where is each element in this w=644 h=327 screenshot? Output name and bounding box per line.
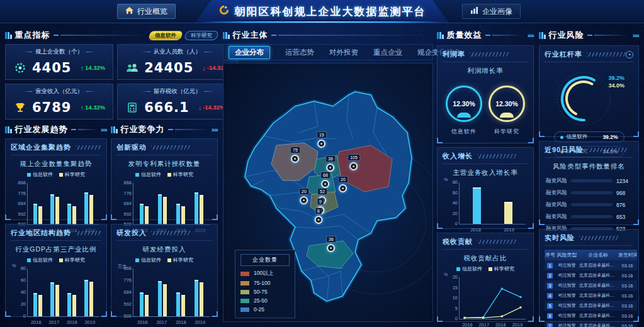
table-header-row: 序号风险类型企业名称发生时间 — [545, 250, 637, 260]
toggle-科学研究[interactable]: 科学研究 — [184, 31, 219, 40]
table-cell: 03-16 — [618, 280, 637, 291]
table-cell: 北京启迪卓越科技有限公司 — [579, 311, 618, 321]
table-row[interactable]: 2司法预警北京启迪卓越科技有限公司03-16 — [545, 270, 637, 280]
stat-card-body: 24405↓-14.32% — [118, 56, 237, 79]
bar — [55, 285, 59, 316]
table-row[interactable]: 6司法预警北京启迪卓越科技有限公司03-16 — [545, 311, 637, 321]
marker-value: 15 — [317, 131, 327, 138]
marker-value: 68 — [320, 172, 330, 179]
stat-card-title: 留存税收（亿元） — [118, 87, 237, 96]
row-index-badge: 4 — [547, 293, 553, 299]
legend-swatch-icon — [240, 308, 249, 312]
page-title: 朝阳区科创规上企业大数据监测平台 — [235, 4, 426, 19]
map-marker[interactable]: 15 — [317, 131, 327, 148]
tab-重点企业[interactable]: 重点企业 — [373, 48, 402, 57]
marker-value: 8 — [315, 208, 322, 214]
axis-tick: 80 — [453, 180, 458, 185]
table-row[interactable]: 3司法预警北京启迪卓越科技有限公司03-16 — [545, 280, 637, 291]
chart-legend: 信息软件科学研究 — [443, 265, 528, 272]
arc-gauge-canvas — [545, 65, 639, 130]
stat-change-value: 14.32% — [85, 64, 105, 71]
chart-title: 利润增长率 — [443, 67, 528, 75]
map-legend: 企业数量 100以上75-10050-7525-500-25 — [235, 250, 295, 318]
plot-area: 500592684776868 — [133, 269, 210, 317]
row-index-badge: 7 — [547, 323, 553, 327]
map-legend-row: 25-50 — [240, 297, 290, 304]
more-icon[interactable]: »» — [101, 126, 107, 133]
axis-tick: 20 — [21, 302, 26, 307]
bar — [163, 284, 167, 316]
bar-group — [473, 182, 481, 224]
tab-对外投资[interactable]: 对外投资 — [329, 48, 358, 57]
rnd-investment-panel: 研发投入 研发经费投入 信息软件科学研究 500592684776868万元20… — [111, 224, 218, 317]
stat-change: ↑14.32% — [80, 64, 105, 72]
bar-group — [195, 269, 203, 316]
table-row[interactable]: 5司法预警北京启迪卓越科技有限公司03-16 — [545, 301, 637, 311]
risk-table: 序号风险类型企业名称发生时间1司法预警北京启迪卓越科技有限公司03-162司法预… — [545, 250, 637, 327]
nav-enterprise-portrait[interactable]: 企业画像 — [462, 4, 521, 19]
map-marker[interactable]: 36 — [325, 155, 336, 172]
section-title: 行业竞争力 — [121, 124, 165, 135]
legend-label: 75-100 — [254, 280, 270, 286]
axis-tick: 868 — [18, 180, 26, 186]
legend-swatch-icon — [167, 173, 171, 177]
map-marker[interactable]: 20 — [338, 176, 348, 192]
nav-industry-overview[interactable]: 行业概览 — [117, 4, 176, 19]
table-row[interactable]: 4司法预警北京启迪卓越科技有限公司03-16 — [545, 291, 637, 301]
table-cell: 4 — [545, 291, 555, 301]
more-icon[interactable]: »» — [212, 126, 218, 133]
gauge-ring: 12.30% — [489, 86, 525, 122]
marker-value: 36 — [325, 155, 336, 162]
plot-area: 020406080 — [459, 182, 526, 224]
map-marker[interactable]: 36 — [326, 236, 336, 252]
table-cell: 北京启迪卓越科技有限公司 — [579, 321, 618, 327]
x-axis-label: 2016 — [462, 322, 473, 327]
table-cell: 2 — [545, 270, 555, 280]
map-marker[interactable]: 20 — [299, 188, 309, 204]
tab-运营态势[interactable]: 运营态势 — [285, 48, 314, 57]
bar-group — [176, 183, 185, 224]
header-title-plate: 朝阳区科创规上企业大数据监测平台 — [195, 0, 449, 23]
x-axis-label: 2018 — [470, 227, 481, 233]
ranking-track — [571, 179, 613, 182]
x-axis-label: 2016 — [31, 319, 42, 325]
bar — [38, 295, 42, 316]
map-marker[interactable]: 8 — [315, 208, 323, 224]
table-row[interactable]: 7司法预警北京启迪卓越科技有限公司03-16 — [545, 321, 637, 327]
axis-tick: 10 — [453, 296, 458, 301]
axis-tick: 684 — [123, 290, 132, 295]
bar-group — [67, 183, 76, 224]
marker-value: 9 — [317, 198, 324, 205]
toggle-信息软件[interactable]: 信息软件 — [148, 31, 183, 40]
axis-tick: 40 — [453, 201, 458, 206]
bars — [133, 269, 210, 316]
map-marker[interactable]: 75 — [290, 147, 300, 163]
section-title: 质量效益 — [447, 30, 482, 41]
section-title: 行业发展趋势 — [15, 124, 68, 135]
stat-card: 从业人员数（人）24405↓-14.32% — [117, 44, 237, 80]
stat-card-title-text: 留存税收（亿元） — [154, 87, 201, 96]
map-marker[interactable]: 105 — [347, 154, 360, 170]
ranking-track — [571, 215, 613, 218]
key-indicators-header: 重点指标 信息软件科学研究 — [5, 29, 218, 42]
map-marker[interactable]: 68 — [320, 172, 330, 188]
info-icon[interactable] — [626, 51, 633, 58]
more-icon[interactable]: »» — [528, 31, 534, 39]
legend-swatch-icon — [240, 290, 249, 294]
table-row[interactable]: 1司法预警北京启迪卓越科技有限公司03-16 — [545, 260, 637, 270]
legend-swatch-icon — [59, 173, 63, 177]
more-icon[interactable]: »» — [633, 31, 639, 39]
panel-subtitle: 区域企业集聚趋势 — [11, 143, 71, 152]
axis-tick: 40 — [21, 290, 26, 295]
tab-企业分布[interactable]: 企业分布 — [229, 46, 270, 59]
axis-tick: 60 — [453, 191, 458, 196]
marker-value: 36 — [326, 236, 336, 243]
table-cell: 北京启迪卓越科技有限公司 — [579, 291, 618, 301]
panel-subtitle: 研发投入 — [116, 228, 147, 238]
chart-title: 行业GDP占第三产业比例 — [11, 245, 101, 254]
panel-subtitle-row: 收入增长 — [443, 152, 528, 164]
bar — [200, 195, 203, 224]
gdp-bar-chart: 020406080%2016201720182019 — [11, 265, 101, 325]
key-indicator-cards: 规上企业数（个）4405↑14.32%从业人员数（人）24405↓-14.32%… — [5, 44, 218, 119]
profit-gauge: 12.30%科学研究 — [489, 86, 525, 136]
